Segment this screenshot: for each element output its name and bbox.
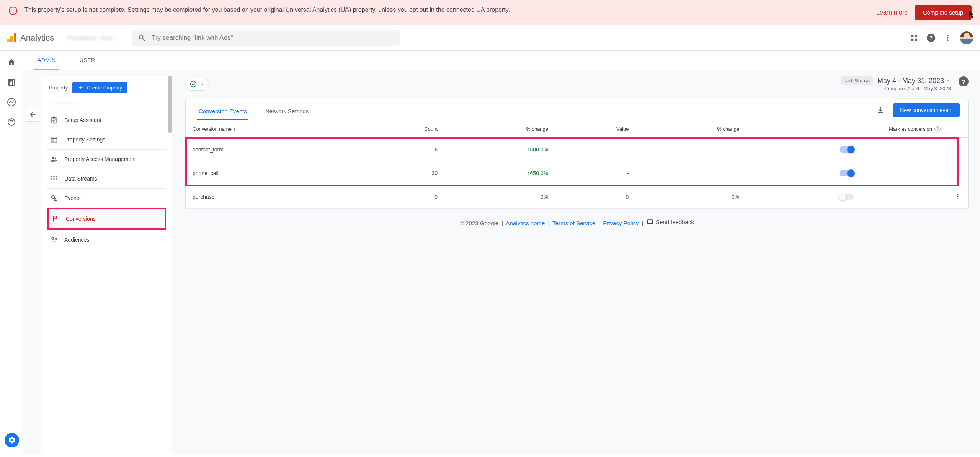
row-more-icon[interactable]	[954, 171, 961, 177]
col-conversion-name[interactable]: Conversion name↑	[186, 120, 361, 138]
sidebar-item-label: Audiences	[64, 237, 89, 243]
svg-point-9	[947, 35, 948, 36]
layout-icon	[50, 135, 58, 144]
chevron-down-icon	[200, 82, 205, 86]
date-compare-text: Compare: Apr 6 - May 3, 2023	[884, 86, 951, 91]
toggle-cell	[746, 161, 947, 185]
status-filter-dropdown[interactable]	[185, 78, 209, 91]
download-icon[interactable]	[876, 106, 885, 115]
svg-rect-5	[911, 38, 914, 41]
svg-point-38	[957, 146, 959, 147]
chevron-down-icon	[946, 78, 951, 83]
table-row: purchase 0 0% 0 0%	[186, 185, 968, 209]
pct-change-value-cell: 0%	[635, 185, 746, 209]
conversions-table: Conversion name↑ Count % change Value % …	[186, 120, 968, 209]
search-input[interactable]	[152, 34, 394, 42]
admin-settings-button[interactable]	[5, 433, 19, 447]
sidebar-item-property-settings[interactable]: Property Settings	[47, 130, 166, 149]
row-more-icon[interactable]	[954, 195, 961, 201]
svg-rect-15	[13, 80, 14, 85]
property-sidebar: Property Create Property —————— Setup As…	[41, 76, 172, 454]
search-box[interactable]	[132, 30, 400, 46]
new-conversion-button[interactable]: New conversion event	[893, 103, 960, 117]
advertising-icon[interactable]	[7, 117, 16, 127]
clipboard-check-icon	[50, 116, 58, 124]
svg-point-50	[650, 223, 650, 223]
back-arrow-button[interactable]	[26, 108, 39, 122]
learn-more-link[interactable]: Learn more	[876, 9, 908, 16]
admin-tabs: ADMIN USER	[23, 51, 980, 70]
streams-icon	[50, 174, 58, 183]
search-icon	[138, 34, 146, 42]
svg-rect-28	[51, 178, 52, 179]
logo[interactable]: Analytics	[7, 33, 54, 43]
trend-up-icon: ↑650.0%	[528, 170, 548, 176]
sidebar-item-access-management[interactable]: Property Access Management	[47, 149, 166, 169]
sidebar-item-conversions[interactable]: Conversions	[47, 208, 166, 230]
feedback-label: Send feedback	[656, 219, 694, 225]
svg-point-2	[13, 13, 13, 13]
sidebar-item-setup-assistant[interactable]: Setup Assistant	[47, 111, 166, 130]
info-icon[interactable]: ?	[934, 126, 941, 132]
left-nav-rail	[0, 51, 23, 454]
reports-icon[interactable]	[7, 78, 16, 87]
apps-icon[interactable]	[910, 34, 918, 42]
mark-conversion-toggle[interactable]	[840, 194, 854, 200]
svg-point-17	[8, 119, 15, 125]
col-value[interactable]: Value	[555, 120, 635, 138]
toggle-cell	[746, 185, 947, 209]
property-label: Property	[49, 85, 68, 91]
tab-network-settings[interactable]: Network Settings	[264, 103, 310, 120]
property-selected-name[interactable]: ——————	[41, 96, 170, 111]
svg-point-24	[54, 158, 56, 159]
tab-user[interactable]: USER	[77, 51, 98, 70]
row-more-icon[interactable]	[954, 147, 961, 153]
analytics-logo-icon	[7, 33, 16, 42]
date-range-picker[interactable]: May 4 - May 31, 2023	[877, 77, 951, 85]
svg-rect-30	[56, 178, 57, 179]
conversion-name-cell[interactable]: contact_form	[186, 138, 361, 161]
help-icon[interactable]: ?	[926, 33, 936, 42]
value-cell: 0	[555, 185, 635, 209]
home-icon[interactable]	[7, 58, 16, 67]
value-cell: -	[555, 138, 635, 161]
sidebar-item-events[interactable]: Events	[47, 188, 166, 208]
col-mark-conversion: Mark as conversion?	[746, 120, 947, 138]
sidebar-item-label: Events	[64, 195, 81, 201]
cursor-click-icon	[50, 194, 58, 202]
mark-conversion-toggle[interactable]	[840, 170, 854, 176]
sidebar-item-data-streams[interactable]: Data Streams	[47, 169, 166, 188]
conversion-name-cell[interactable]: phone_call	[186, 161, 361, 185]
check-circle-icon	[189, 80, 197, 88]
svg-point-10	[947, 37, 948, 38]
sidebar-item-audiences[interactable]: Audiences	[47, 230, 166, 249]
col-count[interactable]: Count	[361, 120, 444, 138]
col-pct-change-value[interactable]: % change	[635, 120, 746, 138]
user-avatar[interactable]	[960, 31, 973, 44]
page-help-icon[interactable]: ?	[959, 76, 969, 86]
explore-icon[interactable]	[7, 98, 16, 107]
svg-text:?: ?	[929, 34, 933, 41]
svg-point-37	[191, 81, 196, 87]
svg-point-42	[957, 172, 959, 173]
more-vert-icon[interactable]	[944, 34, 952, 42]
conversion-name-cell[interactable]: purchase	[186, 185, 361, 209]
product-title: Analytics	[20, 33, 54, 43]
svg-rect-20	[51, 137, 57, 142]
svg-rect-26	[53, 176, 54, 177]
svg-point-23	[52, 157, 54, 159]
privacy-link[interactable]: Privacy Policy	[603, 220, 639, 226]
svg-point-45	[957, 196, 959, 197]
mark-conversion-toggle[interactable]	[840, 146, 854, 153]
property-breadcrumb[interactable]: PreciseCat · GA4…	[68, 34, 118, 41]
complete-setup-button[interactable]: Complete setup	[915, 5, 972, 20]
analytics-home-link[interactable]: Analytics home	[506, 220, 545, 226]
tab-conversion-events[interactable]: Conversion Events	[197, 103, 248, 120]
send-feedback-button[interactable]: Send feedback	[647, 218, 694, 225]
pct-change-cell: ↑500.0%	[444, 138, 555, 161]
col-pct-change-count[interactable]: % change	[444, 120, 555, 138]
tab-admin[interactable]: ADMIN	[34, 51, 59, 70]
create-property-button[interactable]: Create Property	[72, 82, 127, 93]
setup-banner: This property's setup is not complete. S…	[0, 0, 980, 25]
terms-link[interactable]: Terms of Service	[552, 220, 595, 226]
